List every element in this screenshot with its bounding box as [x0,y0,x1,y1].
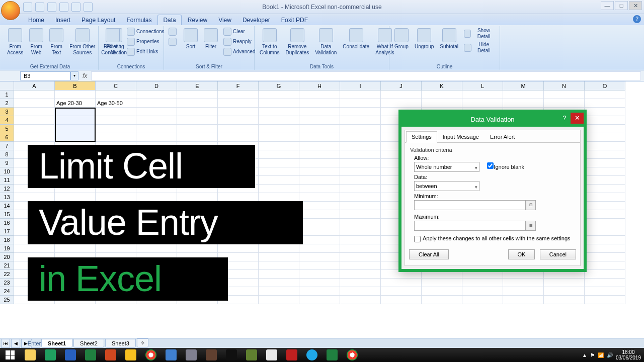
cell[interactable] [462,296,503,304]
cell[interactable] [585,142,625,150]
cell[interactable] [340,287,381,296]
edit-links-button[interactable]: Edit Links [125,47,166,56]
properties-button[interactable]: Properties [125,37,166,46]
cell[interactable] [259,99,299,108]
cell[interactable] [218,125,259,133]
cell[interactable] [585,108,625,116]
cell[interactable] [55,108,96,116]
cell[interactable] [299,159,340,167]
ok-button[interactable]: OK [508,249,535,259]
ungroup-button[interactable]: Ungroup [413,27,436,51]
minimum-input[interactable] [414,200,526,210]
cell[interactable] [340,244,381,253]
from-web-button[interactable]: From Web [27,27,45,57]
cell[interactable] [259,90,299,99]
cell[interactable] [136,90,177,99]
reapply-button[interactable]: Reapply [222,37,257,46]
new-sheet-icon[interactable]: ✧ [137,338,148,348]
cell[interactable] [299,253,340,261]
cell[interactable] [381,287,422,296]
cell[interactable] [585,167,625,176]
cell[interactable] [422,99,462,108]
tray-volume-icon[interactable]: 🔊 [607,352,613,358]
qat-undo-icon[interactable] [35,3,44,12]
tray-up-icon[interactable]: ▲ [582,352,587,358]
cell[interactable] [340,142,381,150]
col-header[interactable]: C [96,81,136,90]
cell[interactable] [259,133,299,142]
cell[interactable] [340,167,381,176]
cell[interactable] [340,219,381,227]
cell[interactable] [177,116,218,125]
cell[interactable] [299,202,340,210]
col-header[interactable]: L [462,81,503,90]
row-header[interactable]: 8 [0,150,14,159]
taskbar-store-icon[interactable] [40,348,60,362]
row-header[interactable]: 4 [0,116,14,125]
cell[interactable] [55,244,96,253]
row-header[interactable]: 9 [0,159,14,167]
cell[interactable] [218,90,259,99]
cell[interactable] [299,227,340,236]
cell[interactable] [14,90,55,99]
clear-button[interactable]: Clear [222,27,257,36]
apply-all-checkbox[interactable] [414,236,421,242]
row-header[interactable]: 24 [0,287,14,296]
taskbar-outlook-icon[interactable] [121,348,141,362]
cell[interactable] [299,219,340,227]
maximum-input[interactable] [414,221,526,231]
cell[interactable] [340,150,381,159]
qat-print-icon[interactable] [59,3,68,12]
cell[interactable] [299,108,340,116]
cell[interactable] [55,193,96,202]
sort-az-button[interactable] [167,27,180,36]
cell[interactable] [340,176,381,185]
row-header[interactable]: 19 [0,244,14,253]
cell[interactable] [585,287,625,296]
select-all-corner[interactable] [0,81,14,90]
col-header[interactable]: A [14,81,55,90]
cell[interactable] [299,244,340,253]
connections-button[interactable]: Connections [125,27,166,36]
cell[interactable] [544,279,585,287]
tab-formulas[interactable]: Formulas [121,15,156,25]
taskbar-explorer-icon[interactable] [20,348,40,362]
cell[interactable] [55,133,96,142]
cell[interactable] [585,125,625,133]
cell[interactable] [96,193,136,202]
taskbar-calc-icon[interactable] [322,348,342,362]
dialog-close-icon[interactable]: ✕ [571,113,584,124]
cell[interactable] [585,210,625,219]
start-button[interactable] [0,348,20,362]
qat-open-icon[interactable] [84,3,93,12]
cell[interactable] [340,210,381,219]
row-header[interactable]: 11 [0,176,14,185]
cell[interactable] [218,193,259,202]
cell[interactable] [340,296,381,304]
cell[interactable] [259,287,299,296]
taskbar-excel-icon[interactable] [80,348,101,362]
cell[interactable] [259,150,299,159]
cell[interactable] [340,125,381,133]
cell[interactable] [585,185,625,193]
col-header[interactable]: B [55,81,96,90]
cell[interactable] [585,116,625,125]
cell[interactable] [299,236,340,244]
cell[interactable] [340,253,381,261]
taskbar-chrome-icon[interactable] [342,348,362,362]
cell[interactable] [299,99,340,108]
cell[interactable] [259,125,299,133]
tab-developer[interactable]: Developer [237,15,275,25]
minimize-button[interactable]: — [601,1,614,10]
row-header[interactable]: 15 [0,210,14,219]
cell[interactable] [177,90,218,99]
maximum-range-icon[interactable]: ⊞ [526,221,536,231]
cell[interactable] [340,90,381,99]
cell[interactable] [544,296,585,304]
cell[interactable] [544,99,585,108]
qat-preview-icon[interactable] [71,3,80,12]
row-header[interactable]: 25 [0,296,14,304]
row-header[interactable]: 16 [0,219,14,227]
cell[interactable] [177,108,218,116]
tab-view[interactable]: View [213,15,236,25]
